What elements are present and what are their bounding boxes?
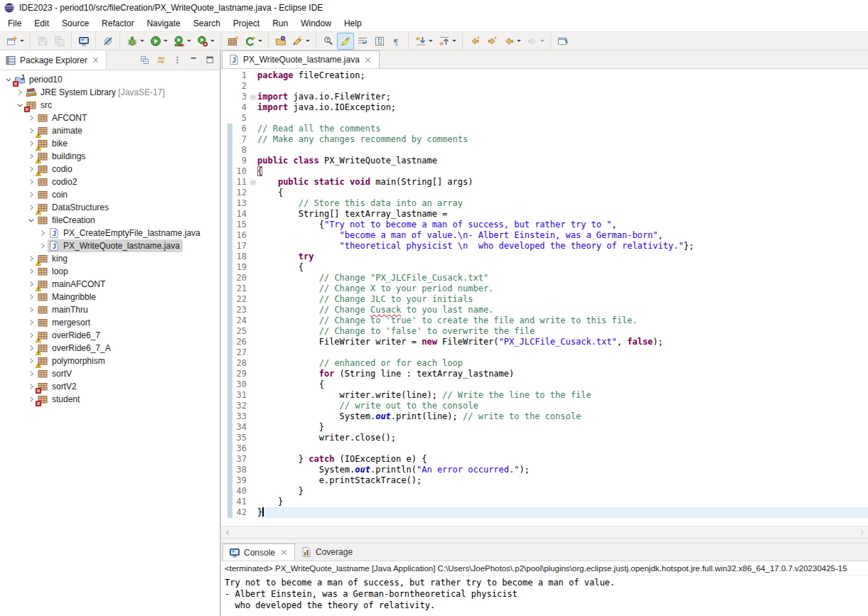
chevron-right-icon[interactable] — [26, 318, 36, 327]
new-button[interactable] — [4, 33, 27, 50]
minimize-button[interactable] — [186, 53, 200, 67]
collapse-all-button[interactable] — [137, 53, 151, 67]
code-line-41[interactable]: 41 } — [221, 497, 868, 507]
code-line-38[interactable]: 38 System.out.println("An error occurred… — [221, 465, 868, 475]
menu-file[interactable]: File — [1, 16, 28, 31]
code-line-2[interactable]: 2 — [221, 81, 868, 92]
chevron-right-icon[interactable] — [26, 344, 36, 352]
code-line-34[interactable]: 34 } — [221, 422, 868, 433]
tree-item-afcont[interactable]: AFCONT — [0, 112, 220, 124]
tab-package-explorer[interactable]: Package Explorer — [0, 50, 107, 70]
close-icon[interactable] — [279, 548, 289, 558]
next-edit-location-button[interactable] — [483, 33, 500, 50]
dropdown-arrow-icon[interactable] — [210, 40, 215, 42]
chevron-right-icon[interactable] — [26, 369, 36, 378]
tree-item-coin[interactable]: coin — [0, 188, 220, 201]
tree-item-sortv2[interactable]: sortV2 — [0, 380, 220, 393]
chevron-right-icon[interactable] — [26, 280, 36, 288]
dropdown-arrow-icon[interactable] — [517, 40, 521, 42]
tree-item-buildings[interactable]: buildings — [0, 150, 220, 163]
close-icon[interactable] — [363, 55, 373, 65]
code-line-39[interactable]: 39 e.printStackTrace(); — [221, 475, 868, 486]
code-line-24[interactable]: 24 // Change to 'true' to create the fil… — [221, 315, 868, 326]
chevron-right-icon[interactable] — [26, 382, 36, 391]
show-whitespace-button[interactable]: ¶ — [388, 33, 405, 50]
dropdown-arrow-icon[interactable] — [187, 40, 191, 42]
code-line-20[interactable]: 20 // Change "PX_JLCFile_Cusack.txt" — [221, 273, 868, 283]
chevron-right-icon[interactable] — [14, 88, 25, 97]
chevron-right-icon[interactable] — [26, 293, 36, 301]
tree-item-mainafcont[interactable]: mainAFCONT — [0, 278, 220, 291]
next-annotation-button[interactable] — [412, 33, 436, 50]
scroll-right-arrow[interactable] — [855, 526, 868, 538]
menu-navigate[interactable]: Navigate — [140, 16, 186, 31]
chevron-down-icon[interactable] — [14, 101, 25, 109]
code-line-18[interactable]: 18 try — [221, 252, 868, 262]
chevron-right-icon[interactable] — [26, 139, 36, 148]
chevron-right-icon[interactable] — [37, 242, 48, 250]
menu-search[interactable]: Search — [187, 16, 227, 31]
code-line-27[interactable]: 27 — [221, 347, 868, 358]
code-line-22[interactable]: 22 // Change JLC to your initials — [221, 294, 868, 305]
tree-item-override6-7-a[interactable]: overRide6_7_A — [0, 342, 220, 355]
chevron-right-icon[interactable] — [26, 114, 36, 122]
new-java-class-button[interactable] — [242, 33, 265, 50]
menu-window[interactable]: Window — [294, 16, 338, 31]
console-sash[interactable] — [221, 538, 868, 544]
maximize-button[interactable] — [203, 53, 217, 67]
code-line-14[interactable]: 14 String[] textArray_lastname = — [221, 209, 868, 220]
code-line-35[interactable]: 35 writer.close(); — [221, 433, 868, 443]
menu-edit[interactable]: Edit — [28, 16, 55, 31]
code-line-16[interactable]: 16 "become a man of value.\n- Albert Ein… — [221, 230, 868, 241]
chevron-right-icon[interactable] — [26, 152, 36, 161]
code-line-32[interactable]: 32 // write out to the console — [221, 401, 868, 411]
chevron-right-icon[interactable] — [26, 395, 36, 404]
code-line-36[interactable]: 36 — [221, 443, 868, 454]
dropdown-arrow-icon[interactable] — [452, 40, 456, 42]
code-line-40[interactable]: 40 } — [221, 486, 868, 497]
search-button[interactable] — [289, 33, 313, 50]
tree-item-student[interactable]: student — [0, 393, 220, 406]
menu-run[interactable]: Run — [266, 16, 294, 31]
tree-item-px-createemptyfile-lastname-java[interactable]: JPX_CreateEmptyFile_lastname.java — [0, 227, 220, 239]
close-icon[interactable] — [91, 55, 101, 65]
chevron-right-icon[interactable] — [26, 357, 36, 365]
code-line-37[interactable]: 37 } catch (IOException e) { — [221, 454, 868, 465]
fold-collapse-icon[interactable] — [248, 92, 257, 102]
tree-item-jre-system-library[interactable]: JRE System Library [JavaSE-17] — [0, 86, 220, 99]
run-button[interactable] — [147, 33, 171, 50]
code-line-23[interactable]: 23 // Change Cusack to you last name. — [221, 305, 868, 315]
dropdown-arrow-icon[interactable] — [258, 40, 262, 42]
scroll-left-arrow[interactable] — [221, 526, 234, 538]
block-selection-button[interactable] — [371, 33, 388, 50]
code-line-13[interactable]: 13 // Store this data into an array — [221, 198, 868, 209]
code-line-7[interactable]: 7// Make any changes recommend by commen… — [221, 134, 868, 145]
chevron-right-icon[interactable] — [37, 229, 48, 237]
scrollbar-track[interactable] — [234, 526, 855, 538]
code-line-6[interactable]: 6// Read all the comments — [221, 124, 868, 134]
menu-refactor[interactable]: Refactor — [95, 16, 140, 31]
code-line-1[interactable]: 1package fileCreation; — [221, 70, 868, 81]
dropdown-arrow-icon[interactable] — [306, 40, 310, 42]
code-line-28[interactable]: 28 // enhanced or for each loop — [221, 358, 868, 369]
chevron-down-icon[interactable] — [3, 75, 14, 84]
dropdown-arrow-icon[interactable] — [164, 40, 168, 42]
tree-item-animate[interactable]: animate — [0, 124, 220, 137]
link-with-editor-button[interactable] — [154, 53, 168, 67]
code-line-30[interactable]: 30 { — [221, 379, 868, 390]
tree-item-mergesort[interactable]: mergesort — [0, 316, 220, 329]
code-line-9[interactable]: 9public class PX_WriteQuote_lastname — [221, 156, 868, 166]
tree-item-codio[interactable]: codio — [0, 163, 220, 175]
tree-item-src[interactable]: src — [0, 99, 220, 112]
chevron-right-icon[interactable] — [26, 331, 36, 340]
chevron-right-icon[interactable] — [26, 178, 36, 186]
chevron-right-icon[interactable] — [26, 203, 36, 212]
code-line-19[interactable]: 19 { — [221, 262, 868, 273]
code-line-25[interactable]: 25 // Change to 'false' to overwrite the… — [221, 326, 868, 337]
tree-item-datastructures[interactable]: DataStructures — [0, 201, 220, 214]
code-line-42[interactable]: 42} — [221, 507, 868, 518]
chevron-right-icon[interactable] — [26, 254, 36, 263]
tree-item-override6-7[interactable]: overRide6_7 — [0, 329, 220, 342]
menu-help[interactable]: Help — [338, 16, 368, 31]
debug-button[interactable] — [124, 33, 147, 50]
